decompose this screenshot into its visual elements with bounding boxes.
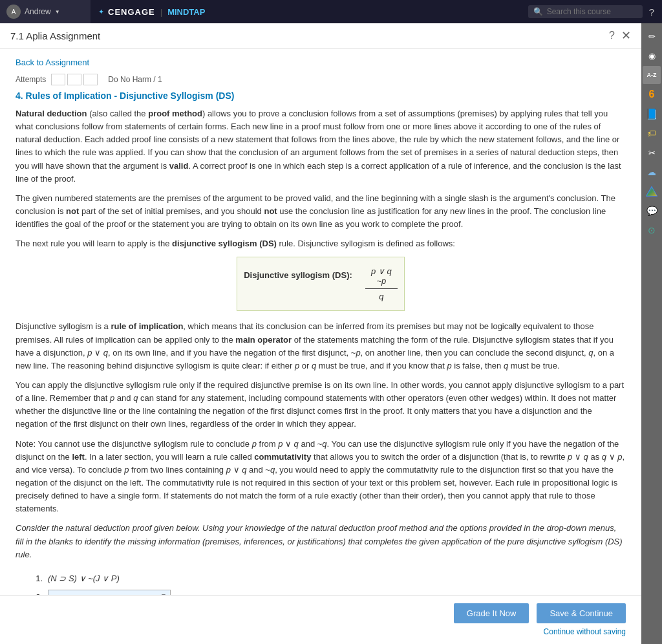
help-icon[interactable]: ? <box>649 6 654 17</box>
left-term: left <box>72 452 85 462</box>
tag-toolbar-btn[interactable]: 🏷 <box>643 124 661 142</box>
attempt-box-2 <box>67 74 81 85</box>
proof-stmt-1: (N ⊃ S) ∨ ~(J ∨ P) <box>48 574 177 583</box>
search-input[interactable] <box>547 7 637 16</box>
proof-method-term: proof method <box>148 109 202 118</box>
continue-without-saving-link[interactable]: Continue without saving <box>544 627 626 636</box>
pencil-toolbar-btn[interactable]: ✏ <box>643 27 661 45</box>
book-toolbar-btn[interactable]: 📘 <box>643 105 661 123</box>
cengage-logo: CENGAGE <box>108 7 155 17</box>
cengage-logo-icon: ✦ <box>98 8 104 16</box>
proof-dropdown-wrapper-2[interactable]: ▼ <box>48 590 171 595</box>
section-number: 4. <box>16 91 23 101</box>
svg-marker-1 <box>646 187 657 196</box>
main-content: Back to Assignment Attempts Do No Harm /… <box>0 48 641 595</box>
header-help-button[interactable]: ? <box>609 30 615 41</box>
header-close-button[interactable]: ✕ <box>621 28 631 43</box>
main-operator-term: main operator <box>235 335 292 345</box>
footer-bar: Grade It Now Save & Continue Continue wi… <box>0 595 641 644</box>
attempts-label: Attempts <box>16 75 46 84</box>
rss-toolbar-btn[interactable]: ◉ <box>643 47 661 65</box>
paragraph-7-italic: Consider the natural deduction proof giv… <box>16 522 626 561</box>
cloud-toolbar-btn[interactable]: ☁ <box>643 163 661 181</box>
attempt-box-1 <box>51 74 65 85</box>
paragraph-5: You can apply the disjunctive syllogism … <box>16 379 626 431</box>
not-term-2: not <box>264 206 277 216</box>
natural-deduction-term: Natural deduction <box>16 109 87 118</box>
ds-formula: p ∨ q ~p q <box>365 266 398 301</box>
ds-term: disjunctive syllogism (DS) <box>172 239 277 248</box>
drive-toolbar-btn[interactable] <box>643 182 661 200</box>
valid-term: valid <box>169 161 189 171</box>
search-box[interactable]: 🔍 <box>528 5 643 18</box>
commutativity-term: commutativity <box>254 452 311 462</box>
logo-divider: | <box>160 7 162 17</box>
proof-num-1: 1. <box>28 574 48 583</box>
ds-formula-conclusion: q <box>379 292 383 301</box>
chat-toolbar-btn[interactable]: 💬 <box>643 202 661 220</box>
do-no-harm-label: Do No Harm / 1 <box>108 75 162 84</box>
attempts-boxes <box>51 74 98 85</box>
paragraph-3: The next rule you will learn to apply is… <box>16 237 626 250</box>
ds-formula-box: Disjunctive syllogism (DS): p ∨ q ~p q <box>237 257 405 311</box>
ds-box-label: Disjunctive syllogism (DS): <box>244 266 352 280</box>
rule-of-implication-term: rule of implication <box>111 321 183 331</box>
dropdown-arrow-icon: ▼ <box>55 9 60 15</box>
mindtap-logo: MINDTAP <box>167 7 205 17</box>
az-toolbar-btn[interactable]: A-Z <box>643 66 661 84</box>
user-name: Andrew <box>25 7 51 16</box>
page-title: 7.1 Aplia Assignment <box>10 30 100 41</box>
ds-formula-line2: ~p <box>376 276 386 286</box>
scissors-toolbar-btn[interactable]: ✂ <box>643 144 661 162</box>
number-toolbar-btn[interactable]: 6 <box>643 85 661 103</box>
save-and-continue-button[interactable]: Save & Continue <box>537 603 626 623</box>
circle-toolbar-btn[interactable]: ⊙ <box>643 221 661 239</box>
grade-it-now-button[interactable]: Grade It Now <box>454 603 529 623</box>
not-term-1: not <box>66 206 79 216</box>
section-title: 4. Rules of Implication - Disjunctive Sy… <box>16 91 626 101</box>
paragraph-1: Natural deduction (also called the proof… <box>16 107 626 186</box>
user-area[interactable]: A Andrew ▼ <box>6 5 60 19</box>
search-icon: 🔍 <box>533 7 543 16</box>
proof-row-2: 2. ▼ <box>28 589 626 595</box>
proof-row-1: 1. (N ⊃ S) ∨ ~(J ∨ P) <box>28 570 626 587</box>
back-to-assignment-link[interactable]: Back to Assignment <box>16 58 89 67</box>
user-avatar: A <box>6 5 21 19</box>
proof-section: 1. (N ⊃ S) ∨ ~(J ∨ P) 2. ▼ 3. ~(J ∨ P) <box>28 570 626 595</box>
proof-dropdown-display-2[interactable] <box>48 590 171 595</box>
paragraph-2: The given numbered statements are the pr… <box>16 192 626 231</box>
attempt-box-3 <box>83 74 98 85</box>
paragraph-6: Note: You cannot use the disjunctive syl… <box>16 438 626 516</box>
ds-formula-line1: p ∨ q <box>371 266 392 276</box>
footer-buttons: Grade It Now Save & Continue <box>454 603 626 623</box>
paragraph-4: Disjunctive syllogism is a rule of impli… <box>16 320 626 372</box>
header-bar: 7.1 Aplia Assignment ? ✕ <box>0 23 641 48</box>
ds-formula-divider <box>365 288 398 289</box>
attempts-bar: Attempts Do No Harm / 1 <box>16 74 626 85</box>
section-title-text: Rules of Implication - Disjunctive Syllo… <box>26 91 235 101</box>
side-toolbar: ✏ ◉ A-Z 6 📘 🏷 ✂ ☁ 💬 ⊙ <box>641 23 662 644</box>
